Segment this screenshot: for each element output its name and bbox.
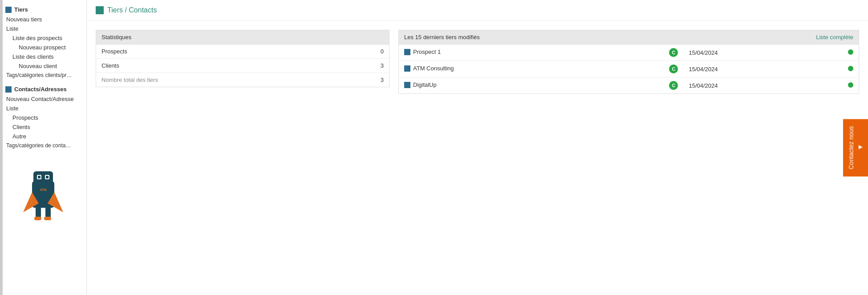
liste-prospects-label: Liste des prospects — [12, 35, 62, 41]
recent-tier-name: DigitalUp — [399, 77, 664, 94]
recent-header-label: Les 15 derniers tiers modifiés — [404, 34, 480, 40]
contacts-section-icon — [5, 86, 12, 93]
sidebar-item-liste[interactable]: Liste — [0, 24, 86, 33]
contactez-nous-label: Contactez nous — [848, 126, 855, 169]
mascot-icon: ATM — [21, 163, 65, 226]
liste-clients-label: Liste des clients — [12, 53, 54, 60]
scroll-handle[interactable] — [0, 0, 3, 295]
mascot-container: ATM — [0, 159, 86, 230]
sidebar-item-clients[interactable]: Clients — [0, 122, 86, 132]
sidebar-section-tiers: Tiers — [0, 4, 86, 15]
svg-rect-4 — [38, 176, 41, 178]
tags-contacts-label: Tags/catégories de conta… — [6, 142, 71, 149]
stats-value: 0 — [338, 44, 389, 59]
recent-date: 15/04/2024 — [683, 44, 843, 61]
recent-status — [843, 44, 859, 61]
svg-rect-5 — [46, 176, 49, 178]
stats-row: Prospects 0 — [96, 44, 389, 59]
tier-icon-small — [404, 49, 410, 55]
nouveau-prospect-label: Nouveau prospect — [19, 44, 66, 51]
svg-rect-11 — [34, 217, 41, 220]
tiers-section-icon — [5, 7, 12, 13]
tier-icon-small — [404, 65, 410, 72]
liste-complete-link[interactable]: Liste complète — [816, 34, 853, 40]
recent-table: Prospect 1 C 15/04/2024 ATM Consulting C… — [398, 44, 859, 94]
liste-label: Liste — [6, 25, 18, 32]
recent-status — [843, 61, 859, 77]
status-dot — [848, 82, 853, 88]
liste2-label: Liste — [6, 105, 18, 112]
stats-label: Clients — [96, 59, 339, 73]
status-dot — [848, 49, 853, 55]
clients-label: Clients — [12, 124, 30, 130]
badge-c: C — [669, 65, 678, 73]
stats-row: Clients 3 — [96, 59, 389, 73]
svg-rect-9 — [36, 207, 41, 218]
page-header-icon — [96, 6, 104, 14]
sidebar-section-contacts: Contacts/Adresses — [0, 83, 86, 94]
svg-rect-1 — [33, 171, 53, 185]
sidebar-item-tags-contacts[interactable]: Tags/catégories de conta… — [0, 141, 86, 150]
sidebar-item-liste-prospects[interactable]: Liste des prospects — [0, 33, 86, 43]
contactez-nous-tab[interactable]: Contactez nous ◀ — [843, 119, 868, 176]
sidebar: Tiers Nouveau tiers Liste Liste des pros… — [0, 0, 87, 295]
recent-date: 15/04/2024 — [683, 77, 843, 94]
tags-clients-label: Tags/catégories clients/pr… — [6, 72, 72, 78]
content-area: Statistiques Prospects 0 Clients 3 Nombr… — [87, 21, 868, 103]
stats-row: Nombre total des tiers 3 — [96, 73, 389, 87]
sidebar-item-nouveau-client[interactable]: Nouveau client — [0, 61, 86, 71]
svg-rect-10 — [45, 207, 51, 218]
sidebar-item-autre[interactable]: Autre — [0, 132, 86, 141]
svg-text:ATM: ATM — [40, 188, 47, 191]
sidebar-item-nouveau-tiers[interactable]: Nouveau tiers — [0, 15, 86, 24]
stats-value: 3 — [338, 59, 389, 73]
sidebar-item-prospects[interactable]: Prospects — [0, 113, 86, 122]
badge-c: C — [669, 81, 678, 90]
main-content: Tiers / Contacts Statistiques Prospects … — [87, 0, 868, 295]
stats-label: Nombre total des tiers — [96, 73, 339, 87]
badge-c: C — [669, 48, 678, 57]
stats-value: 3 — [338, 73, 389, 87]
svg-rect-12 — [44, 217, 51, 220]
status-dot — [848, 66, 853, 71]
recent-date: 15/04/2024 — [683, 61, 843, 77]
nouveau-client-label: Nouveau client — [19, 63, 57, 69]
contactez-nous-arrow: ◀ — [857, 145, 864, 151]
sidebar-item-nouveau-prospect[interactable]: Nouveau prospect — [0, 43, 86, 52]
sidebar-item-liste-clients[interactable]: Liste des clients — [0, 52, 86, 61]
sidebar-item-tags-clients[interactable]: Tags/catégories clients/pr… — [0, 71, 86, 80]
recent-panel: Les 15 derniers tiers modifiés Liste com… — [398, 30, 859, 94]
recent-row[interactable]: DigitalUp C 15/04/2024 — [399, 77, 859, 94]
recent-tier-name: Prospect 1 — [399, 44, 664, 61]
stats-label: Prospects — [96, 44, 339, 59]
stats-header: Statistiques — [96, 30, 389, 44]
recent-row[interactable]: Prospect 1 C 15/04/2024 — [399, 44, 859, 61]
recent-row[interactable]: ATM Consulting C 15/04/2024 — [399, 61, 859, 77]
recent-status — [843, 77, 859, 94]
nouveau-tiers-label: Nouveau tiers — [6, 16, 42, 23]
contacts-section-label: Contacts/Adresses — [14, 86, 67, 93]
recent-badge-cell: C — [664, 77, 683, 94]
sidebar-item-nouveau-contact[interactable]: Nouveau Contact/Adresse — [0, 94, 86, 104]
prospects-label: Prospects — [12, 114, 38, 121]
recent-badge-cell: C — [664, 61, 683, 77]
page-title: Tiers / Contacts — [107, 6, 157, 14]
tiers-section-label: Tiers — [14, 6, 28, 13]
recent-badge-cell: C — [664, 44, 683, 61]
sidebar-item-liste2[interactable]: Liste — [0, 104, 86, 113]
autre-label: Autre — [12, 133, 26, 140]
page-header: Tiers / Contacts — [87, 0, 868, 21]
recent-tier-name: ATM Consulting — [399, 61, 664, 77]
tier-icon-small — [404, 82, 410, 88]
stats-table: Prospects 0 Clients 3 Nombre total des t… — [96, 44, 389, 87]
recent-panel-header: Les 15 derniers tiers modifiés Liste com… — [398, 30, 859, 44]
nouveau-contact-label: Nouveau Contact/Adresse — [6, 96, 74, 102]
stats-panel: Statistiques Prospects 0 Clients 3 Nombr… — [96, 30, 389, 94]
